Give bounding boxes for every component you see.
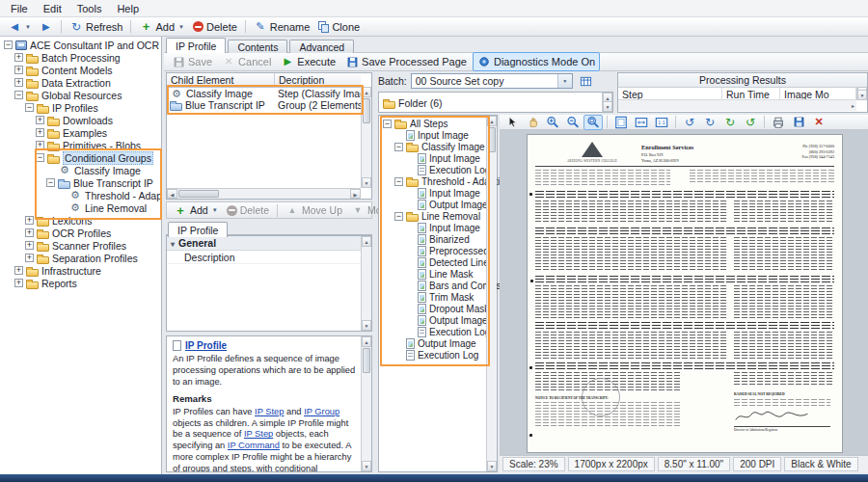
menu-help[interactable]: Help bbox=[110, 2, 146, 15]
menu-tools[interactable]: Tools bbox=[70, 2, 109, 15]
help-link[interactable]: IP Step bbox=[244, 429, 273, 439]
back-button[interactable]: ◀▼ bbox=[4, 18, 35, 36]
nav-tree-item[interactable]: +Separation Profiles bbox=[0, 252, 161, 264]
folder-item[interactable]: Folder (6) bbox=[379, 93, 612, 109]
nav-tree-item[interactable]: +Content Models bbox=[0, 64, 161, 76]
rotate-right-button[interactable]: ↻ bbox=[700, 115, 719, 130]
expander-expand-icon[interactable]: + bbox=[14, 266, 23, 275]
vertical-scrollbar[interactable]: ▲▼ bbox=[856, 87, 867, 100]
add-child-button[interactable]: +Add▼ bbox=[170, 201, 222, 219]
batch-combobox[interactable]: 00 Source Set copy bbox=[411, 73, 573, 89]
dropdown-caret-icon: ▼ bbox=[178, 24, 184, 30]
nav-tree-item[interactable]: +Scanner Profiles bbox=[0, 239, 161, 252]
tab-contents[interactable]: Contents bbox=[228, 40, 287, 54]
expander-expand-icon[interactable]: + bbox=[14, 66, 23, 74]
property-group-general[interactable]: General bbox=[167, 236, 361, 251]
nav-tree-item[interactable]: +Reports bbox=[0, 277, 161, 289]
zoom-region-button[interactable] bbox=[583, 115, 603, 130]
horizontal-scrollbar[interactable]: ◀▶ bbox=[167, 188, 361, 199]
expander-expand-icon[interactable]: + bbox=[14, 78, 23, 87]
menu-edit[interactable]: Edit bbox=[37, 2, 68, 15]
scroll-up-button[interactable]: ▲ bbox=[362, 336, 371, 347]
expander-collapse-icon[interactable]: − bbox=[14, 91, 23, 99]
batch-grid-button[interactable] bbox=[577, 73, 596, 89]
forward-button[interactable]: ▶ bbox=[36, 18, 57, 36]
scroll-down-button[interactable]: ▼ bbox=[362, 320, 371, 331]
rotate-left-button[interactable]: ↺ bbox=[680, 115, 699, 130]
fit-page-button[interactable] bbox=[611, 115, 631, 130]
close-viewer-button[interactable]: ✕ bbox=[809, 115, 828, 130]
clone-button[interactable]: Clone bbox=[314, 18, 364, 36]
vertical-scrollbar[interactable]: ▲▼ bbox=[361, 336, 371, 471]
expander-collapse-icon[interactable]: − bbox=[25, 103, 34, 112]
help-title-link[interactable]: IP Profile bbox=[185, 340, 227, 351]
expander-expand-icon[interactable]: + bbox=[25, 228, 34, 237]
property-row-description[interactable]: Description bbox=[167, 251, 361, 264]
save-button[interactable]: Save bbox=[168, 53, 216, 70]
refresh-page-button[interactable]: ↻ bbox=[720, 115, 740, 130]
image-viewer-canvas[interactable]: ARIZONA WESTERN COLLEGE Enrollment Servi… bbox=[500, 130, 868, 455]
expander-expand-icon[interactable]: + bbox=[36, 128, 44, 137]
pan-tool-button[interactable] bbox=[523, 115, 542, 130]
scroll-thumb[interactable] bbox=[363, 98, 370, 123]
expander-expand-icon[interactable]: + bbox=[14, 53, 23, 62]
nav-tree-item[interactable]: +Batch Processing bbox=[0, 51, 161, 64]
fit-width-button[interactable] bbox=[632, 115, 651, 130]
scroll-down-button[interactable]: ▼ bbox=[362, 177, 371, 188]
save-processed-page-button[interactable]: Save Processed Page bbox=[341, 53, 471, 70]
actual-size-button[interactable]: 1:1 bbox=[652, 115, 671, 130]
scroll-down-button[interactable]: ▼ bbox=[603, 101, 612, 112]
nav-tree-item[interactable]: +Downloads bbox=[0, 114, 161, 126]
diagnostics-mode-button[interactable]: Diagnostics Mode On bbox=[473, 52, 600, 71]
zoom-in-button[interactable] bbox=[543, 115, 562, 130]
vertical-scrollbar[interactable]: ▲▼ bbox=[361, 236, 371, 331]
nav-tree-item[interactable]: −ACE Consultant IP and OCR bbox=[0, 39, 161, 51]
scroll-right-button[interactable]: ▶ bbox=[350, 189, 361, 199]
vertical-scrollbar[interactable]: ▲▼ bbox=[602, 93, 612, 112]
move-up-button[interactable]: ▲Move Up bbox=[282, 201, 346, 219]
help-link[interactable]: IP Step bbox=[255, 407, 284, 416]
results-horizontal-scrollbar[interactable]: ▸ bbox=[618, 99, 856, 111]
reprocess-page-button[interactable]: ↺ bbox=[741, 115, 760, 130]
scroll-down-button[interactable]: ▼ bbox=[857, 90, 867, 100]
nav-tree-item[interactable]: +Examples bbox=[0, 126, 161, 139]
expander-collapse-icon[interactable]: − bbox=[4, 40, 13, 49]
nav-tree-item[interactable]: +Data Extraction bbox=[0, 76, 161, 89]
expander-expand-icon[interactable]: + bbox=[25, 254, 34, 262]
select-tool-button[interactable] bbox=[502, 115, 522, 130]
save-page-image-button[interactable] bbox=[789, 115, 808, 130]
zoom-out-button[interactable] bbox=[563, 115, 583, 130]
nav-tree-item[interactable]: +OCR Profiles bbox=[0, 227, 161, 239]
execute-button[interactable]: ▶Execute bbox=[277, 53, 339, 70]
expander-expand-icon[interactable]: + bbox=[36, 116, 44, 124]
scroll-down-button[interactable]: ▼ bbox=[487, 461, 497, 471]
collapse-icon[interactable] bbox=[171, 237, 175, 249]
expander-expand-icon[interactable]: + bbox=[25, 216, 34, 225]
help-link[interactable]: IP Command bbox=[228, 441, 280, 450]
nav-tree-item[interactable]: −Global Resources bbox=[0, 89, 161, 101]
toolbar-separator bbox=[245, 20, 246, 33]
delete-button[interactable]: Delete bbox=[189, 18, 241, 36]
tab-ip-profile-properties[interactable]: IP Profile bbox=[168, 222, 228, 237]
tab-ip-profile[interactable]: IP Profile bbox=[166, 38, 226, 53]
expander-expand-icon[interactable]: + bbox=[14, 279, 23, 287]
scroll-down-button[interactable]: ▼ bbox=[362, 461, 371, 471]
nav-tree-item[interactable]: −IP Profiles bbox=[0, 101, 161, 114]
menu-file[interactable]: File bbox=[4, 2, 35, 15]
scan-lines bbox=[535, 237, 728, 272]
scroll-thumb[interactable] bbox=[363, 348, 370, 373]
refresh-button[interactable]: ↻Refresh bbox=[66, 18, 127, 36]
scroll-up-button[interactable]: ▲ bbox=[362, 236, 371, 247]
delete-child-button[interactable]: Delete bbox=[223, 201, 273, 219]
combo-dropdown-icon[interactable] bbox=[557, 74, 572, 88]
scroll-left-button[interactable]: ◀ bbox=[167, 189, 177, 199]
cancel-button[interactable]: ✕Cancel bbox=[218, 53, 275, 70]
print-page-button[interactable] bbox=[769, 115, 788, 130]
tab-advanced[interactable]: Advanced bbox=[289, 40, 354, 54]
scroll-thumb[interactable] bbox=[178, 190, 219, 198]
expander-expand-icon[interactable]: + bbox=[25, 241, 34, 250]
add-button[interactable]: +Add▼ bbox=[135, 18, 188, 36]
rename-button[interactable]: ✎Rename bbox=[250, 18, 314, 36]
help-link[interactable]: IP Group bbox=[304, 407, 339, 416]
nav-tree-item[interactable]: +Infrastructure bbox=[0, 264, 161, 277]
